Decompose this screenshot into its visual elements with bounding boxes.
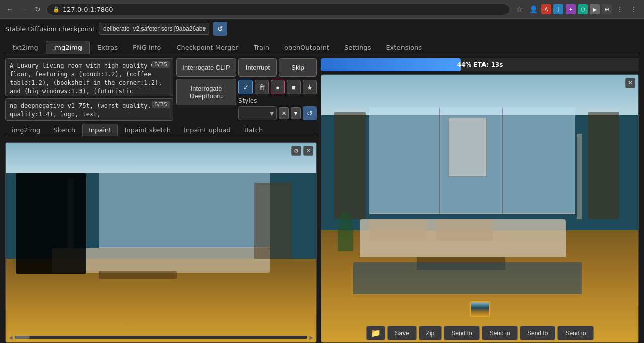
sub-tab-img2img[interactable]: img2img [5,124,47,136]
input-panel-scrollbar[interactable]: ◀ ▶ [6,334,316,340]
inpaint-mask [16,173,86,274]
tab-checkpoint-merger[interactable]: Checkpoint Merger [169,41,246,54]
style-icon-trash[interactable]: 🗑 [255,80,269,94]
checkpoint-label: Stable Diffusion checkpoint [5,25,95,33]
ext-icon-6[interactable]: ⊞ [602,4,612,14]
back-button[interactable]: ← [4,4,15,15]
positive-token-counter: 0/75 [152,61,170,68]
bookmark-icon[interactable]: ☆ [513,3,525,15]
main-tabs: txt2img img2img Extras PNG Info Checkpoi… [5,41,639,54]
ext-icon-5[interactable]: ▶ [590,4,600,14]
style-icon-square[interactable]: ■ [287,80,301,94]
negative-prompt-container: 0/75 [5,98,173,121]
output-image-panel: ✕ [321,74,639,343]
url-text: 127.0.0.1:7860 [63,6,113,13]
save-button[interactable]: Save [387,326,416,340]
ext-icon-4[interactable]: ⬡ [578,4,588,14]
refresh-checkpoint-button[interactable]: ↺ [213,22,227,36]
output-area: 44% ETA: 13s ✕ [321,58,639,343]
forward-button[interactable]: → [18,4,29,15]
tab-train[interactable]: Train [246,41,277,54]
tab-open-outpaint[interactable]: openOutpaint [277,41,337,54]
styles-clear-button[interactable]: ✕ [279,107,289,119]
styles-select[interactable] [238,106,277,120]
output-thumbnail[interactable] [470,301,490,317]
styles-label: Styles [238,97,257,104]
positive-prompt-container: 0/75 [5,58,173,96]
profile-icon[interactable]: 👤 [527,3,539,15]
send-to-button-4[interactable]: Send to [557,326,593,340]
positive-prompt-input[interactable] [6,59,173,94]
progress-bar-fill [321,58,461,71]
output-actions-bar: 📁 Save Zip Send to Send to Send to Send … [321,326,638,340]
tab-png-info[interactable]: PNG Info [125,41,169,54]
checkpoint-select[interactable]: deliberate_v2.safetensors [9aba26abdf] [99,23,209,35]
progress-text: 44% ETA: 13s [457,61,503,68]
negative-token-counter: 0/75 [152,101,170,108]
zip-button[interactable]: Zip [419,326,442,340]
tab-settings[interactable]: Settings [337,41,378,54]
progress-bar-container: 44% ETA: 13s [321,58,639,71]
input-panel-close-button[interactable]: ✕ [303,146,313,156]
style-icon-check[interactable]: ✓ [238,80,253,94]
reload-button[interactable]: ↻ [32,4,43,15]
sub-tab-batch[interactable]: Batch [237,124,269,136]
input-panel-toolbar: ⚙ ✕ [291,146,313,156]
tab-txt2img[interactable]: txt2img [5,41,46,54]
menu-icon[interactable]: ⋮ [628,3,640,15]
ext-icon-3[interactable]: ✦ [566,4,576,14]
send-to-button-2[interactable]: Send to [482,326,518,340]
style-icon-pink[interactable]: ● [271,80,285,94]
checkpoint-row: Stable Diffusion checkpoint deliberate_v… [5,22,639,36]
output-thumbnails-bar [470,301,490,317]
skip-button[interactable]: Skip [279,58,317,77]
ext-icon-1[interactable]: A [541,4,551,14]
sub-tab-inpaint-sketch[interactable]: Inpaint sketch [118,124,177,136]
interrupt-button[interactable]: Interrupt [238,58,277,77]
tab-img2img[interactable]: img2img [46,41,90,54]
styles-dropdown-button[interactable]: ▼ [291,107,301,119]
checkpoint-select-wrapper: deliberate_v2.safetensors [9aba26abdf] [99,23,209,35]
interrogate-clip-button[interactable]: Interrogate CLIP [176,58,236,77]
tab-extensions[interactable]: Extensions [378,41,429,54]
input-panel-settings-button[interactable]: ⚙ [291,146,301,156]
sub-tab-inpaint[interactable]: Inpaint [82,124,118,136]
output-close-button[interactable]: ✕ [625,78,635,88]
extensions-icon[interactable]: ⋮ [614,3,626,15]
sub-tabs: img2img Sketch Inpaint Inpaint sketch In… [5,124,317,136]
open-folder-button[interactable]: 📁 [366,326,385,340]
styles-refresh-button[interactable]: ↺ [303,106,317,120]
address-bar[interactable]: 🔒 127.0.0.1:7860 [46,4,510,15]
send-to-button-1[interactable]: Send to [444,326,479,340]
browser-extensions-area: ☆ 👤 A J ✦ ⬡ ▶ ⊞ ⋮ ⋮ [513,3,640,15]
interrogate-deepbooru-button[interactable]: Interrogate DeepBooru [176,79,236,105]
sub-tab-inpaint-upload[interactable]: Inpaint upload [177,124,237,136]
style-icon-star[interactable]: ★ [303,80,317,94]
sub-tab-sketch[interactable]: Sketch [47,124,82,136]
ext-icon-2[interactable]: J [553,4,564,14]
send-to-button-3[interactable]: Send to [520,326,555,340]
tab-extras[interactable]: Extras [90,41,125,54]
lock-icon: 🔒 [53,6,60,13]
negative-prompt-input[interactable] [6,99,173,119]
